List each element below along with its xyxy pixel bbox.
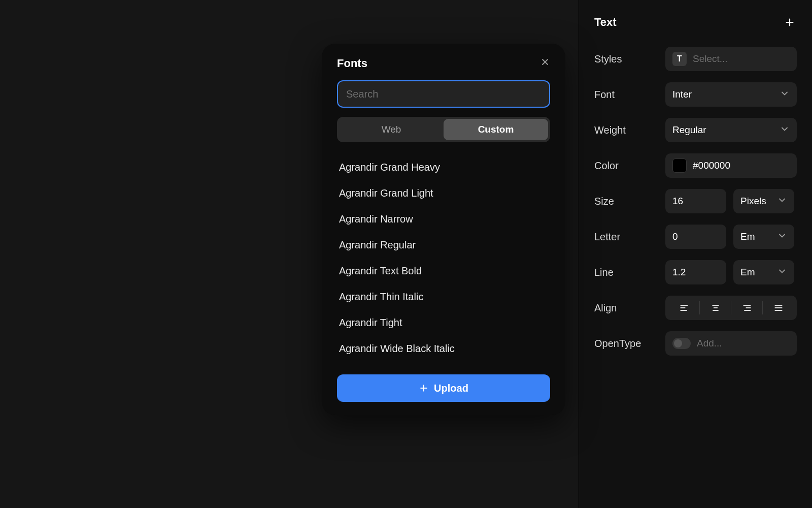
chevron-down-icon <box>780 124 790 137</box>
plus-icon <box>784 17 795 28</box>
opentype-select[interactable]: Add... <box>665 331 797 356</box>
fonts-popover-title: Fonts <box>337 57 367 70</box>
align-right-button[interactable] <box>731 301 762 315</box>
toggle-icon <box>672 338 691 349</box>
text-style-icon: T <box>672 52 687 66</box>
chevron-down-icon <box>777 195 787 208</box>
label-weight: Weight <box>594 124 665 136</box>
color-swatch <box>672 158 687 173</box>
chevron-down-icon <box>777 266 787 279</box>
font-size-input[interactable]: 16 <box>665 189 726 213</box>
label-color: Color <box>594 160 665 172</box>
label-align: Align <box>594 302 665 314</box>
color-hex-value: #000000 <box>693 160 730 171</box>
canvas-area: Fonts Web Custom Agrandir Grand Heavy Ag… <box>0 0 579 508</box>
add-text-style-button[interactable] <box>783 15 797 29</box>
upload-font-button[interactable]: Upload <box>337 374 550 402</box>
text-color-input[interactable]: #000000 <box>665 153 797 178</box>
font-list: Agrandir Grand Heavy Agrandir Grand Ligh… <box>337 154 550 362</box>
font-family-value: Inter <box>672 89 692 100</box>
font-list-item[interactable]: Agrandir Regular <box>337 232 550 258</box>
align-left-button[interactable] <box>668 301 699 315</box>
label-size: Size <box>594 196 665 207</box>
line-height-value: 1.2 <box>672 267 686 278</box>
align-center-icon <box>710 303 721 313</box>
chevron-down-icon <box>780 88 790 101</box>
font-size-value: 16 <box>672 196 683 207</box>
align-justify-icon <box>773 303 784 313</box>
label-opentype: OpenType <box>594 338 665 350</box>
align-right-icon <box>742 303 752 313</box>
fonts-popover: Fonts Web Custom Agrandir Grand Heavy Ag… <box>322 44 565 415</box>
font-size-unit-value: Pixels <box>740 196 766 207</box>
letter-spacing-input[interactable]: 0 <box>665 225 726 249</box>
line-height-unit-select[interactable]: Em <box>733 260 794 284</box>
font-list-item[interactable]: Agrandir Grand Heavy <box>337 154 550 180</box>
tab-web[interactable]: Web <box>339 119 444 140</box>
letter-spacing-value: 0 <box>672 231 678 242</box>
label-styles: Styles <box>594 53 665 65</box>
line-height-input[interactable]: 1.2 <box>665 260 726 284</box>
font-source-tabs: Web Custom <box>337 117 550 142</box>
text-section-title: Text <box>594 16 617 29</box>
text-align-group <box>665 296 797 320</box>
tab-custom[interactable]: Custom <box>444 119 548 140</box>
opentype-placeholder: Add... <box>697 338 722 349</box>
line-height-unit-value: Em <box>740 267 755 278</box>
chevron-down-icon <box>777 231 787 243</box>
label-letter: Letter <box>594 231 665 243</box>
label-font: Font <box>594 89 665 101</box>
font-list-item[interactable]: Agrandir Thin Italic <box>337 284 550 310</box>
font-weight-value: Regular <box>672 124 706 136</box>
plus-icon <box>419 383 429 393</box>
font-weight-select[interactable]: Regular <box>665 118 797 142</box>
font-family-select[interactable]: Inter <box>665 82 797 107</box>
text-panel: Text Styles T Select... Font Inter <box>579 0 812 508</box>
font-list-item[interactable]: Agrandir Wide Black Italic <box>337 336 550 362</box>
upload-button-label: Upload <box>434 383 468 394</box>
close-icon[interactable] <box>540 57 550 70</box>
align-left-icon <box>679 303 689 313</box>
align-justify-button[interactable] <box>763 301 794 315</box>
styles-placeholder: Select... <box>693 53 728 65</box>
font-list-item[interactable]: Agrandir Text Bold <box>337 258 550 284</box>
font-list-item[interactable]: Agrandir Grand Light <box>337 180 550 206</box>
align-center-button[interactable] <box>700 301 731 315</box>
letter-spacing-unit-value: Em <box>740 231 755 242</box>
label-line: Line <box>594 267 665 278</box>
letter-spacing-unit-select[interactable]: Em <box>733 225 794 249</box>
font-list-item[interactable]: Agrandir Narrow <box>337 206 550 232</box>
styles-select[interactable]: T Select... <box>665 47 797 71</box>
font-search-input[interactable] <box>337 80 550 108</box>
font-size-unit-select[interactable]: Pixels <box>733 189 794 213</box>
font-list-item[interactable]: Agrandir Tight <box>337 310 550 336</box>
